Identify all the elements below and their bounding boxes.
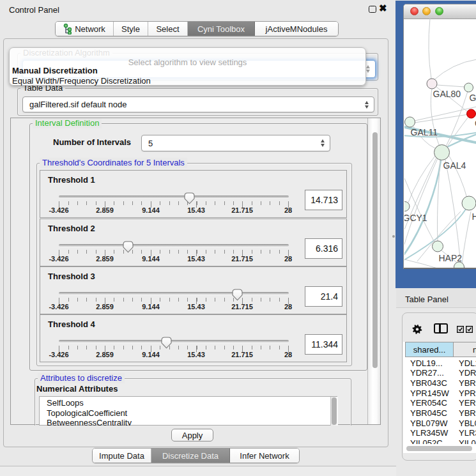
svg-text:GAL4: GAL4 [443,160,466,171]
svg-text:GA: GA [470,93,476,103]
svg-text:GAL80: GAL80 [433,89,461,99]
svg-text:HAP2: HAP2 [439,253,463,263]
svg-text:H: H [472,211,476,222]
svg-text:GAL11: GAL11 [411,127,438,137]
svg-text:GCY1: GCY1 [404,213,427,223]
